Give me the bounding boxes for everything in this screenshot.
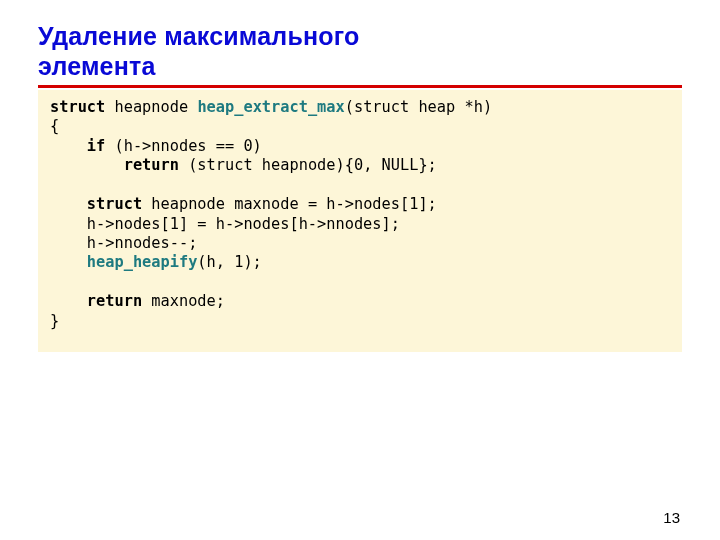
close-brace: } [50,312,59,330]
title-line-1: Удаление максимального [38,22,360,50]
code-block: struct heapnode heap_extract_max(struct … [38,90,682,352]
title-underline [38,85,682,88]
kw-struct: struct [50,98,105,116]
sig-tail: (struct heap *h) [345,98,492,116]
decl-tail: heapnode maxnode = h->nodes[1]; [142,195,437,213]
fn-extract-max: heap_extract_max [197,98,344,116]
kw-struct-2: struct [87,195,142,213]
assign-2: h->nnodes--; [50,234,197,252]
title-line-2: элемента [38,52,156,80]
fn-heapify: heap_heapify [87,253,198,271]
ret-empty: (struct heapnode){0, NULL}; [179,156,437,174]
open-brace: { [50,117,59,135]
kw-return: return [124,156,179,174]
if-cond: (h->nnodes == 0) [105,137,262,155]
slide-title: Удаление максимального элемента [38,22,682,81]
kw-if: if [87,137,105,155]
ret-max: maxnode; [142,292,225,310]
text: heapnode [114,98,197,116]
page-number: 13 [663,509,680,526]
kw-return-2: return [87,292,142,310]
assign-1: h->nodes[1] = h->nodes[h->nnodes]; [50,215,400,233]
heapify-args: (h, 1); [197,253,261,271]
